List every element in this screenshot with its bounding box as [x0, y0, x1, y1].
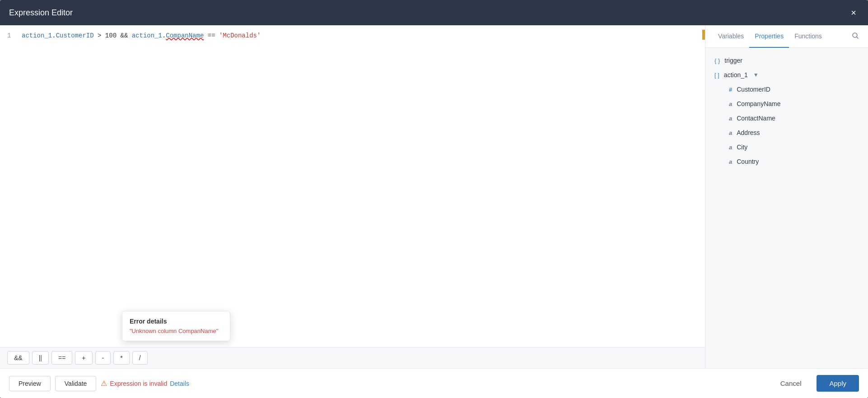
preview-button[interactable]: Preview	[9, 376, 51, 391]
toolbar-btn-minus[interactable]: -	[95, 351, 111, 365]
tree-item-trigger[interactable]: { } trigger	[705, 53, 868, 68]
tree-item-country[interactable]: a Country	[705, 154, 868, 169]
hash-icon-customerid: #	[729, 86, 732, 93]
error-popup-title: Error details	[130, 318, 223, 325]
tree-item-contactname[interactable]: a ContactName	[705, 111, 868, 125]
tree-label-address: Address	[737, 129, 760, 136]
toolbar-btn-divide[interactable]: /	[132, 351, 148, 365]
close-button[interactable]: ×	[848, 7, 859, 18]
token-gt: >	[94, 32, 105, 39]
editor-marker	[702, 30, 705, 40]
svg-line-1	[857, 37, 859, 38]
validation-status: ⚠ Expression is invalid Details	[101, 379, 189, 388]
sidebar: Variables Properties Functions	[705, 25, 868, 368]
alpha-icon-companyname: a	[729, 101, 732, 107]
token-dot-1: .	[52, 32, 56, 39]
toolbar-btn-and[interactable]: &&	[7, 351, 29, 365]
alpha-icon-city: a	[729, 144, 732, 151]
tab-properties[interactable]: Properties	[749, 25, 789, 48]
error-popup-message: "Unknown column CompanName"	[130, 328, 223, 334]
object-icon: { }	[714, 57, 720, 64]
alpha-icon-contactname: a	[729, 115, 732, 122]
modal-header: Expression Editor ×	[0, 0, 868, 25]
alpha-icon-address: a	[729, 130, 732, 136]
tree-item-action1[interactable]: [ ] action_1 ▼	[705, 68, 868, 82]
token-companname: CompanName	[166, 32, 204, 39]
cancel-button[interactable]: Cancel	[770, 375, 812, 392]
token-100: 100	[105, 32, 117, 39]
token-mcdonalds: 'McDonalds'	[219, 32, 261, 39]
editor-toolbar: Error details "Unknown column CompanName…	[0, 347, 705, 368]
expression-editor-modal: Expression Editor × 1 action_1.CustomerI…	[0, 0, 868, 398]
apply-button[interactable]: Apply	[817, 375, 859, 392]
toolbar-btn-plus[interactable]: +	[75, 351, 92, 365]
footer-right: Cancel Apply	[770, 375, 859, 392]
token-action1-2: action_1	[132, 32, 162, 39]
toolbar-btn-eq[interactable]: ==	[51, 351, 72, 365]
tree-label-contactname: ContactName	[737, 115, 775, 122]
tab-variables[interactable]: Variables	[713, 25, 749, 48]
tree-label-trigger: trigger	[724, 57, 742, 64]
tree-label-action1: action_1	[724, 71, 748, 79]
sidebar-tabs: Variables Properties Functions	[705, 25, 868, 48]
validate-button[interactable]: Validate	[55, 376, 97, 391]
tree-item-city[interactable]: a City	[705, 140, 868, 154]
tree-label-customerid: CustomerID	[737, 86, 770, 93]
modal-body: 1 action_1.CustomerID > 100 && action_1.…	[0, 25, 868, 368]
footer-left: Preview Validate ⚠ Expression is invalid…	[9, 376, 189, 391]
code-editor[interactable]: 1 action_1.CustomerID > 100 && action_1.…	[0, 25, 705, 347]
sidebar-content: { } trigger [ ] action_1 ▼ # CustomerID	[705, 48, 868, 368]
modal-overlay: Expression Editor × 1 action_1.CustomerI…	[0, 0, 868, 398]
toolbar-btn-or[interactable]: ||	[32, 351, 49, 365]
invalid-text: Expression is invalid	[110, 380, 167, 387]
code-content: action_1.CustomerID > 100 && action_1.Co…	[22, 31, 698, 41]
line-number: 1	[7, 31, 14, 41]
tree-item-companyname[interactable]: a CompanyName	[705, 97, 868, 111]
token-action1-1: action_1	[22, 32, 52, 39]
tree-label-city: City	[737, 143, 747, 151]
modal-footer: Preview Validate ⚠ Expression is invalid…	[0, 368, 868, 398]
code-line-1: 1 action_1.CustomerID > 100 && action_1.…	[7, 31, 698, 41]
expand-arrow-action1: ▼	[753, 72, 759, 78]
editor-area: 1 action_1.CustomerID > 100 && action_1.…	[0, 25, 705, 368]
search-button[interactable]	[850, 30, 861, 43]
tree-label-companyname: CompanyName	[737, 100, 780, 107]
token-customerid: CustomerID	[56, 32, 94, 39]
token-and: &&	[117, 32, 132, 39]
details-link[interactable]: Details	[170, 380, 189, 387]
tab-functions[interactable]: Functions	[789, 25, 827, 48]
tree-item-address[interactable]: a Address	[705, 125, 868, 140]
tree-label-country: Country	[737, 158, 759, 165]
modal-title: Expression Editor	[9, 8, 73, 18]
token-eq: ==	[204, 32, 219, 39]
alpha-icon-country: a	[729, 158, 732, 165]
warning-icon: ⚠	[101, 379, 107, 388]
array-icon: [ ]	[714, 72, 719, 79]
error-popup: Error details "Unknown column CompanName…	[122, 311, 230, 341]
tree-item-customerid[interactable]: # CustomerID	[705, 82, 868, 97]
toolbar-btn-multiply[interactable]: *	[113, 351, 129, 365]
